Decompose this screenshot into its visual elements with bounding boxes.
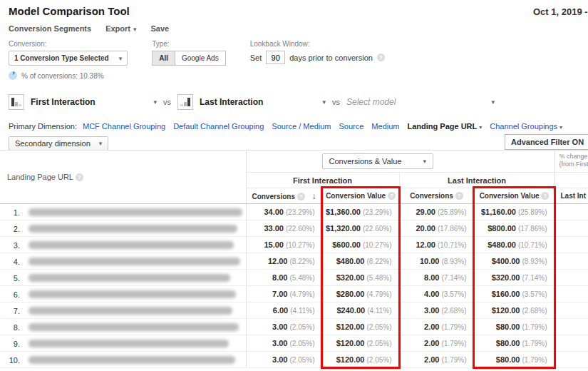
- model-2-dropdown[interactable]: Last Interaction ▾: [177, 94, 326, 110]
- chevron-down-icon: ▾: [559, 124, 562, 131]
- type-segmented-control: All Google Ads: [152, 51, 226, 66]
- lookback-suffix: days prior to conversion: [289, 54, 373, 62]
- conversion-label: Conversion:: [9, 40, 128, 48]
- help-icon[interactable]: ?: [388, 192, 396, 200]
- li-conversion-value-cell: $400.00(8.93%): [474, 253, 555, 270]
- fi-conversion-value-cell: $600.00(10.27%): [322, 237, 399, 253]
- landing-page-cell: 7.: [0, 303, 246, 319]
- dim-landing-page-url-selected[interactable]: Landing Page URL▾: [407, 122, 482, 131]
- date-range-selector[interactable]: Oct 1, 2019 - Oct: [533, 6, 588, 17]
- vs-label: vs: [332, 98, 340, 106]
- help-icon[interactable]: ?: [541, 192, 549, 200]
- type-label: Type:: [152, 40, 226, 48]
- partial-cell: [555, 253, 588, 270]
- chevron-down-icon: ▾: [119, 55, 123, 62]
- set-label: Set: [250, 54, 262, 62]
- li-conversion-value-cell: $480.00(10.71%): [474, 237, 555, 253]
- conversion-segments-button[interactable]: Conversion Segments: [9, 24, 91, 33]
- pct-of-conversions-text: % of conversions: 10.38%: [21, 72, 104, 80]
- fi-conversion-value-cell: $280.00(4.79%): [322, 286, 399, 303]
- vs-label: vs: [163, 98, 171, 106]
- chevron-down-icon: ▾: [479, 124, 482, 131]
- pie-chart-icon: [9, 71, 17, 80]
- table-row: 3. 15.00(10.27%) $600.00(10.27%) 12.00(1…: [0, 237, 588, 253]
- pct-of-conversions-line: % of conversions: 10.38%: [0, 66, 588, 80]
- partial-cell: [555, 237, 588, 253]
- fi-conversion-value-header[interactable]: Conversion Value ?: [322, 188, 399, 204]
- redacted-url: [29, 323, 239, 331]
- landing-page-cell: 9.: [0, 335, 246, 352]
- header: Model Comparison Tool Oct 1, 2019 - Oct: [0, 0, 588, 19]
- fi-conversions-cell: 3.00(2.05%): [246, 319, 322, 335]
- landing-page-cell: 6.: [0, 286, 246, 303]
- li-conversions-header[interactable]: Conversions ?: [399, 188, 474, 204]
- li-conversion-value-cell: $800.00(17.86%): [474, 220, 555, 237]
- save-button[interactable]: Save: [151, 24, 170, 33]
- partial-cell: [555, 319, 588, 335]
- table-row: 1. 34.00(23.29%) $1,360.00(23.29%) 29.00…: [0, 204, 588, 220]
- lookback-days-input[interactable]: [266, 51, 285, 64]
- table-row: 5. 8.00(5.48%) $320.00(5.48%) 8.00(7.14%…: [0, 270, 588, 286]
- redacted-url: [29, 225, 237, 233]
- help-icon[interactable]: ?: [377, 54, 385, 61]
- dim-medium[interactable]: Medium: [371, 122, 399, 131]
- redacted-url: [29, 241, 234, 249]
- landing-page-cell: 8.: [0, 319, 246, 335]
- fi-conversion-value-cell: $240.00(4.11%): [322, 303, 399, 319]
- primary-dimension-bar: Primary Dimension:MCF Channel GroupingDe…: [0, 122, 588, 131]
- table-row: 6. 7.00(4.79%) $280.00(4.79%) 4.00(3.57%…: [0, 286, 588, 303]
- help-icon[interactable]: ?: [297, 193, 305, 200]
- li-conversions-cell: 2.00(1.79%): [399, 352, 474, 368]
- metric-selector-dropdown[interactable]: Conversions & Value ▾: [322, 153, 433, 169]
- partial-cell: [555, 352, 588, 368]
- dim-channel-groupings[interactable]: Channel Groupings▾: [490, 122, 562, 131]
- sort-descending-icon[interactable]: ↓: [312, 191, 316, 201]
- landing-page-cell: 5.: [0, 270, 246, 286]
- li-conversion-value-cell: $120.00(2.68%): [474, 303, 555, 319]
- table-row: 10. 3.00(2.05%) $120.00(2.05%) 2.00(1.79…: [0, 352, 588, 368]
- li-conversions-cell: 29.00(25.89%): [399, 204, 474, 220]
- table-row: 9. 3.00(2.05%) $120.00(2.05%) 2.00(1.79%…: [0, 335, 588, 352]
- metric-selector-cell: Conversions & Value ▾: [246, 151, 555, 173]
- dim-default-channel-grouping[interactable]: Default Channel Grouping: [173, 122, 264, 131]
- partial-cell: [555, 303, 588, 319]
- dim-source-medium[interactable]: Source / Medium: [272, 122, 331, 131]
- li-conversion-value-header[interactable]: Conversion Value ?: [474, 188, 555, 204]
- type-control: Type: All Google Ads: [152, 40, 226, 66]
- table-row: 4. 12.00(8.22%) $480.00(8.22%) 10.00(8.9…: [0, 253, 588, 270]
- conversion-control: Conversion: 1 Conversion Type Selected ▾: [9, 40, 128, 66]
- fi-conversion-value-cell: $480.00(8.22%): [322, 253, 399, 270]
- advanced-filter-badge[interactable]: Advanced Filter ON: [505, 134, 588, 150]
- landing-page-url-header: Landing Page URL ?: [0, 151, 246, 204]
- fi-conversions-cell: 34.00(23.29%): [246, 204, 322, 220]
- model-1-dropdown[interactable]: First Interaction ▾: [9, 94, 157, 110]
- group-header-partial: [555, 173, 588, 188]
- conversion-type-dropdown[interactable]: 1 Conversion Type Selected ▾: [9, 51, 128, 66]
- redacted-url: [29, 307, 232, 315]
- model-1-label: First Interaction: [31, 97, 96, 107]
- fi-conversions-cell: 12.00(8.22%): [246, 253, 322, 270]
- dim-source[interactable]: Source: [339, 122, 364, 131]
- type-google-ads-button[interactable]: Google Ads: [175, 51, 226, 66]
- li-conversions-cell: 3.00(2.68%): [399, 303, 474, 319]
- partial-column-header: Last Int: [555, 188, 588, 204]
- row-index: 3.: [6, 241, 20, 250]
- secondary-dimension-button[interactable]: Secondary dimension ▾: [9, 136, 108, 151]
- model-selectors: First Interaction ▾ vs Last Interaction …: [0, 91, 588, 113]
- last-interaction-model-icon: [177, 94, 193, 110]
- fi-conversions-cell: 3.00(2.05%): [246, 335, 322, 352]
- row-index: 4.: [6, 258, 20, 266]
- help-icon[interactable]: ?: [76, 173, 83, 181]
- li-conversions-cell: 20.00(17.86%): [399, 220, 474, 237]
- row-index: 6.: [6, 290, 20, 299]
- model-3-dropdown[interactable]: Select model ▾: [346, 97, 495, 107]
- type-all-button[interactable]: All: [152, 51, 175, 66]
- row-index: 1.: [6, 208, 20, 217]
- help-icon[interactable]: ?: [455, 192, 463, 200]
- dim-mcf-channel-grouping[interactable]: MCF Channel Grouping: [83, 122, 165, 131]
- fi-conversions-header[interactable]: Conversions ? ↓: [246, 188, 322, 204]
- group-header-first-interaction: First Interaction: [246, 173, 399, 188]
- export-button[interactable]: Export▾: [105, 24, 136, 33]
- model-comparison-tool-app: Model Comparison Tool Oct 1, 2019 - Oct …: [0, 0, 588, 371]
- partial-cell: [555, 270, 588, 286]
